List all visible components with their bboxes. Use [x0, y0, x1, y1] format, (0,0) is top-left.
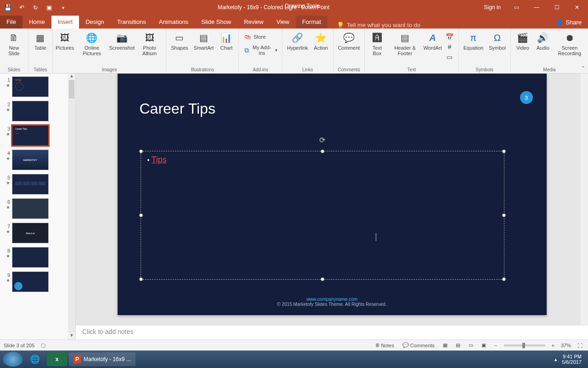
spell-check-icon[interactable]: ▢ [41, 342, 45, 348]
fit-to-window-icon[interactable]: ⛶ [576, 342, 584, 349]
smartart-button[interactable]: ▤SmartArt [192, 30, 215, 52]
thumbnail-row[interactable]: 8★ [3, 247, 68, 268]
redo-icon[interactable]: ↻ [30, 2, 40, 12]
tell-me-search[interactable]: 💡 Tell me what you want to do [328, 22, 549, 29]
resize-handle[interactable] [502, 277, 506, 281]
group-label: Tables [34, 66, 47, 73]
content-placeholder[interactable]: ⟳ Tips [141, 151, 504, 280]
tab-review[interactable]: Review [237, 16, 270, 29]
thumbnail-row[interactable]: 4★MARKETOFY [3, 150, 68, 170]
notes-placeholder[interactable]: Click to add notes [76, 325, 588, 339]
zoom-slider[interactable] [504, 345, 545, 346]
resize-handle[interactable] [139, 213, 143, 217]
resize-handle[interactable] [502, 213, 506, 217]
action-button[interactable]: ⭐Action [312, 30, 330, 52]
tab-format[interactable]: Format [296, 16, 328, 29]
store-button[interactable]: 🛍Store [242, 32, 279, 41]
close-icon[interactable]: ✕ [568, 2, 586, 13]
resize-handle[interactable] [139, 150, 143, 153]
wordart-button[interactable]: AWordArt [424, 30, 442, 52]
scroll-handle[interactable] [69, 80, 74, 98]
zoom-in-icon[interactable]: + [550, 342, 556, 349]
undo-icon[interactable]: ↶ [17, 2, 27, 12]
tab-view[interactable]: View [270, 16, 296, 29]
screen-recording-button[interactable]: ⏺Screen Recording [554, 30, 585, 57]
resize-handle[interactable] [502, 150, 506, 153]
collapse-ribbon-icon[interactable]: ⌃ [581, 65, 585, 71]
tab-file[interactable]: File [0, 16, 23, 29]
bullet-text[interactable]: Tips [147, 155, 167, 165]
audio-button[interactable]: 🔊Audio [534, 30, 552, 52]
thumbnail-row[interactable]: 1★TITLE [3, 76, 68, 97]
symbol-button[interactable]: ΩSymbol [487, 30, 508, 52]
thumbnail-row[interactable]: 5★ [3, 174, 68, 195]
thumbnails-scrollbar[interactable]: ▲ ▼ [68, 74, 75, 339]
clock[interactable]: 9:41 PM 5/6/2017 [562, 354, 582, 365]
hyperlink-button[interactable]: 🔗Hyperlink [285, 30, 310, 52]
scroll-up-icon[interactable]: ▲ [68, 74, 75, 80]
thumbnail-row[interactable]: 2★ [3, 101, 68, 121]
tab-home[interactable]: Home [23, 16, 51, 29]
maximize-icon[interactable]: ☐ [548, 2, 566, 13]
normal-view-icon[interactable]: ▦ [441, 341, 449, 349]
save-icon[interactable]: 💾 [3, 2, 13, 12]
thumbnail-row[interactable]: 9★ [3, 271, 68, 292]
tray-chevron-icon[interactable]: ▴ [554, 356, 557, 362]
tab-transitions[interactable]: Transitions [111, 16, 153, 29]
tab-animations[interactable]: Animations [153, 16, 195, 29]
slide-canvas[interactable]: 3 Career Tips ⟳ Tips www.companyname.c [118, 74, 547, 315]
resize-handle[interactable] [321, 277, 324, 281]
photo-album-button[interactable]: 🖼Photo Album [136, 30, 163, 57]
reading-view-icon[interactable]: ▭ [467, 341, 475, 349]
screenshot-button[interactable]: 📷Screenshot [110, 30, 135, 52]
chart-button[interactable]: 📊Chart [217, 30, 236, 52]
ribbon-display-options-icon[interactable]: ▭ [507, 2, 526, 13]
resize-handle[interactable] [139, 277, 143, 281]
pictures-button[interactable]: 🖼Pictures [56, 30, 74, 52]
chrome-icon[interactable]: 🌐 [25, 352, 45, 366]
slide-scrollbar[interactable] [581, 74, 588, 325]
date-time-button[interactable]: 📅 [444, 32, 456, 41]
tab-design[interactable]: Design [79, 16, 110, 29]
resize-handle[interactable] [321, 150, 324, 153]
slide-number-button[interactable]: # [444, 42, 456, 52]
thumbnail-row[interactable]: 3★Career TipsTips [3, 125, 68, 146]
comments-toggle[interactable]: 💬Comments [401, 341, 436, 349]
rotate-handle-icon[interactable]: ⟳ [319, 136, 325, 144]
shapes-button[interactable]: ▭Shapes [169, 30, 190, 52]
zoom-percent[interactable]: 37% [561, 343, 571, 348]
thumbnail-row[interactable]: 7★About us [3, 223, 68, 243]
tab-insert[interactable]: Insert [51, 16, 79, 29]
title-bar: 💾 ↶ ↻ ▣ ▾ Marketofy - 16x9 - Colored Lig… [0, 0, 588, 15]
text-box-button[interactable]: 🅰Text Box [368, 30, 386, 57]
scroll-down-icon[interactable]: ▼ [68, 333, 75, 339]
online-pictures-button[interactable]: 🌐Online Pictures [76, 30, 107, 57]
minimize-icon[interactable]: — [527, 2, 546, 13]
thumbnail-row[interactable]: 6★ [3, 198, 68, 219]
zoom-knob[interactable] [522, 343, 525, 348]
start-from-beginning-icon[interactable]: ▣ [44, 2, 54, 12]
sign-in-link[interactable]: Sign in [479, 4, 505, 11]
share-button[interactable]: 👤 Share [549, 16, 588, 29]
notes-toggle[interactable]: ≣Notes [373, 341, 396, 349]
qat-customize-icon[interactable]: ▾ [58, 2, 68, 12]
zoom-out-icon[interactable]: − [492, 342, 499, 349]
object-button[interactable]: ▭ [444, 52, 456, 62]
slideshow-view-icon[interactable]: ▣ [480, 341, 488, 349]
new-slide-button[interactable]: 🗎New Slide [3, 30, 25, 57]
slide-title[interactable]: Career Tips [140, 100, 215, 117]
group-comments: 💬Comment Comments [334, 29, 365, 73]
excel-icon[interactable]: x [47, 352, 67, 366]
slide-sorter-view-icon[interactable]: ▤ [454, 341, 462, 349]
video-button[interactable]: 🎬Video [514, 30, 532, 52]
powerpoint-task-button[interactable]: P Marketofy - 16x9 ... [69, 352, 136, 366]
equation-button[interactable]: πEquation [462, 30, 485, 52]
table-button[interactable]: ▦Table [31, 30, 50, 52]
slide-thumbnails-panel: 1★TITLE 2★ 3★Career TipsTips 4★MARKETOFY… [0, 74, 76, 339]
my-addins-button[interactable]: ⧉My Add-ins▾ [242, 44, 279, 56]
tab-slideshow[interactable]: Slide Show [195, 16, 237, 29]
header-footer-button[interactable]: ▤Header & Footer [389, 30, 422, 57]
footer-link[interactable]: www.companyname.com [306, 297, 357, 302]
comment-button[interactable]: 💬Comment [336, 30, 362, 52]
start-button[interactable] [3, 352, 23, 367]
